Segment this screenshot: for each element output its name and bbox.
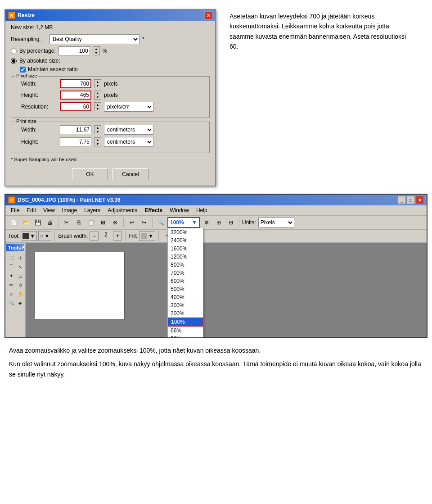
- print-width-up[interactable]: ▲: [94, 126, 101, 130]
- dialog-icon: R: [8, 12, 15, 19]
- percentage-down[interactable]: ▼: [93, 51, 99, 55]
- zoom-3200[interactable]: 3200%: [168, 228, 203, 236]
- brush-decrease-button[interactable]: −: [90, 232, 99, 241]
- pixel-height-up[interactable]: ▲: [94, 91, 101, 95]
- resolution-spinner[interactable]: ▲ ▼: [94, 102, 101, 111]
- rulers-button[interactable]: ⊟: [225, 217, 236, 228]
- menu-effects[interactable]: Effects: [141, 206, 166, 214]
- zoom-fit-button[interactable]: 🔍: [155, 217, 166, 228]
- by-absolute-radio[interactable]: [11, 58, 17, 64]
- menu-layers[interactable]: Layers: [81, 206, 104, 214]
- pixel-width-spinner[interactable]: ▲ ▼: [94, 79, 101, 88]
- percentage-up[interactable]: ▲: [93, 47, 99, 51]
- ok-button[interactable]: OK: [72, 168, 108, 180]
- print-size-label: Print size: [15, 118, 38, 124]
- extra-btn2[interactable]: ⊗: [110, 217, 121, 228]
- tool-pencil[interactable]: ✏: [7, 281, 15, 289]
- cancel-button[interactable]: Cancel: [112, 168, 148, 180]
- units-select[interactable]: Pixels Centimeters Inches: [258, 218, 294, 227]
- tool-move-arrow[interactable]: ↖: [16, 263, 24, 271]
- pixel-height-spinner[interactable]: ▲ ▼: [94, 91, 101, 100]
- resampling-select[interactable]: Best Quality Bilinear Bicubic Nearest Ne…: [50, 34, 140, 44]
- zoom-66[interactable]: 66%: [168, 327, 203, 335]
- pixel-height-input[interactable]: [60, 91, 91, 100]
- grid-button[interactable]: ⊞: [213, 217, 224, 228]
- print-button[interactable]: 🖨: [45, 217, 55, 228]
- print-height-spinner[interactable]: ▲ ▼: [94, 137, 101, 146]
- print-height-up[interactable]: ▲: [94, 138, 101, 142]
- pixel-width-input[interactable]: [60, 79, 91, 88]
- pixel-height-down[interactable]: ▼: [94, 95, 101, 99]
- save-button[interactable]: 💾: [32, 217, 43, 228]
- paste-button[interactable]: 📋: [86, 217, 96, 228]
- tool-selection-rect[interactable]: ⬚: [7, 254, 15, 262]
- tool-hand[interactable]: ✋: [16, 290, 24, 298]
- maintain-aspect-checkbox[interactable]: [20, 67, 26, 73]
- menu-help[interactable]: Help: [193, 206, 211, 214]
- print-height-input[interactable]: [60, 137, 91, 146]
- zoom-600[interactable]: 600%: [168, 277, 203, 285]
- zoom-1600[interactable]: 1600%: [168, 245, 203, 253]
- resolution-input[interactable]: [60, 102, 91, 111]
- resolution-up[interactable]: ▲: [94, 103, 101, 107]
- tool-eraser[interactable]: ◻: [16, 272, 24, 280]
- maximize-button[interactable]: □: [407, 196, 415, 204]
- zoom-50[interactable]: 50%: [168, 335, 203, 338]
- zoom-700[interactable]: 700%: [168, 269, 203, 277]
- undo-button[interactable]: ↩: [126, 217, 137, 228]
- menu-file[interactable]: File: [7, 206, 23, 214]
- zoom-200[interactable]: 200%: [168, 309, 203, 318]
- minimize-button[interactable]: _: [398, 196, 406, 204]
- zoom-800[interactable]: 800%: [168, 261, 203, 269]
- tool-dropper[interactable]: ⊙: [16, 281, 24, 289]
- tool-recolor[interactable]: ☼: [7, 290, 15, 298]
- cut-button[interactable]: ✂: [61, 217, 72, 228]
- tool-color-btn[interactable]: ▼: [21, 231, 37, 241]
- copy-button[interactable]: ⎘: [73, 217, 84, 228]
- print-width-unit-select[interactable]: centimeters inches: [104, 125, 153, 135]
- extra-btn1[interactable]: ⊠: [98, 217, 108, 228]
- resolution-unit-select[interactable]: pixels/cm pixels/inch: [104, 102, 153, 112]
- print-width-spinner[interactable]: ▲ ▼: [94, 125, 101, 134]
- percentage-spinner[interactable]: ▲ ▼: [93, 46, 100, 55]
- menu-window[interactable]: Window: [166, 206, 193, 214]
- tool-move-selection[interactable]: ⊹: [16, 254, 24, 262]
- tools-panel-close[interactable]: ✕: [21, 245, 25, 250]
- print-width-down[interactable]: ▼: [94, 130, 101, 134]
- new-button[interactable]: 📄: [8, 217, 19, 228]
- pixel-width-down[interactable]: ▼: [94, 84, 101, 88]
- pixel-width-up[interactable]: ▲: [94, 80, 101, 84]
- tools-panel: Tools ✕ ⬚ ⊹ ⌒ ↖ ✦ ◻ ✏ ⊙ ☼ ✋ 🔍 ◈: [5, 243, 26, 337]
- print-height-down[interactable]: ▼: [94, 142, 101, 146]
- print-height-unit-select[interactable]: centimeters inches: [104, 137, 153, 147]
- brush-increase-button[interactable]: +: [113, 232, 122, 241]
- tool-zoom[interactable]: 🔍: [7, 299, 15, 307]
- menu-adjustments[interactable]: Adjustments: [104, 206, 141, 214]
- zoom-100[interactable]: 100%: [168, 318, 203, 327]
- menu-view[interactable]: View: [40, 206, 58, 214]
- menu-image[interactable]: Image: [58, 206, 81, 214]
- close-button[interactable]: ✕: [416, 196, 424, 204]
- zoom-500[interactable]: 500%: [168, 285, 203, 293]
- open-button[interactable]: 📂: [20, 217, 31, 228]
- redo-button[interactable]: ↪: [139, 217, 149, 228]
- print-width-input[interactable]: [60, 125, 91, 134]
- zoom-2400[interactable]: 2400%: [168, 236, 203, 245]
- zoom-plus-button[interactable]: ⊕: [201, 217, 212, 228]
- tool-magic-wand[interactable]: ✦: [7, 272, 15, 280]
- percentage-input[interactable]: [58, 46, 90, 55]
- zoom-300[interactable]: 300%: [168, 301, 203, 309]
- zoom-400[interactable]: 400%: [168, 293, 203, 301]
- tool-lasso[interactable]: ⌒: [7, 263, 15, 271]
- tool-shape-btn[interactable]: ○ ▼: [38, 231, 51, 241]
- by-percentage-radio[interactable]: [11, 48, 17, 54]
- fill-dropdown-btn[interactable]: ▼: [139, 231, 155, 241]
- menu-edit[interactable]: Edit: [23, 206, 40, 214]
- tool-extra[interactable]: ◈: [16, 299, 24, 307]
- zoom-1200[interactable]: 1200%: [168, 253, 203, 261]
- dialog-body: New size: 1,2 MB Resampling: Best Qualit…: [5, 21, 215, 186]
- dialog-close-button[interactable]: ✕: [204, 11, 212, 19]
- resolution-down[interactable]: ▼: [94, 107, 101, 111]
- zoom-select-button[interactable]: 100% ▼: [167, 217, 200, 228]
- fill-dropdown-arrow: ▼: [148, 233, 153, 239]
